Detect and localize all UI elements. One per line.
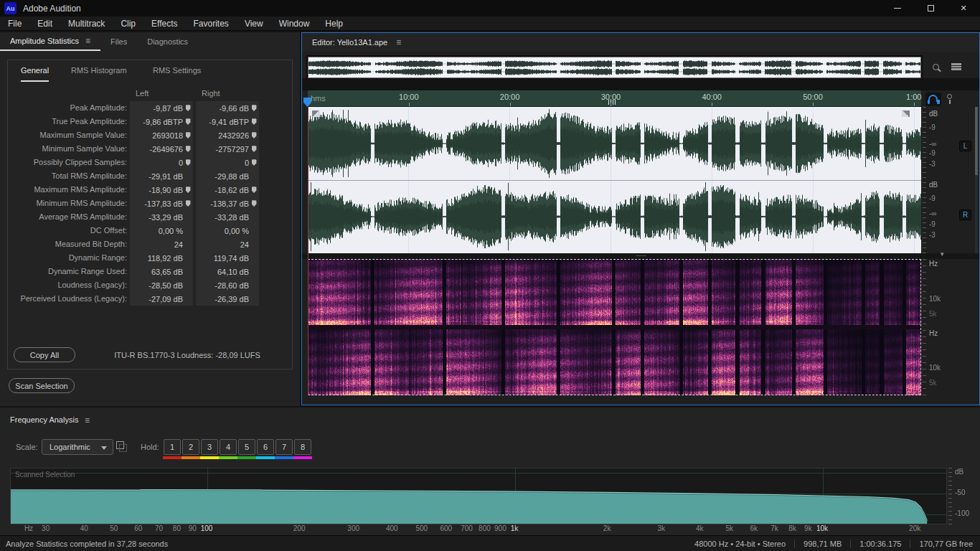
stat-value-cell-right: -33,28 dB bbox=[196, 210, 259, 224]
display-layout-icon[interactable] bbox=[951, 63, 961, 72]
stat-value-cell-right: -9,41 dBTP bbox=[196, 115, 259, 128]
panel-menu-icon[interactable]: ≡ bbox=[85, 36, 90, 46]
marker-pin-icon[interactable] bbox=[252, 159, 257, 166]
statistics-box: GeneralRMS HistogramRMS Settings LeftRig… bbox=[7, 60, 293, 369]
marker-pin-icon[interactable] bbox=[252, 187, 257, 193]
amplitude-ruler-label: dB bbox=[929, 181, 953, 189]
pin-icon[interactable] bbox=[946, 94, 953, 105]
marker-pin-icon[interactable] bbox=[186, 105, 191, 111]
amplitude-statistics-panel: Amplitude Statistics≡FilesDiagnostics Ge… bbox=[0, 32, 300, 406]
minimize-button[interactable] bbox=[881, 0, 914, 17]
hold-color-swatch bbox=[200, 456, 219, 459]
stat-value-cell-left: -27,09 dB bbox=[130, 292, 193, 306]
itu-loudness-value: ITU-R BS.1770-3 Loudness: -28,09 LUFS bbox=[94, 351, 281, 359]
hold-button-3[interactable]: 3 bbox=[201, 439, 218, 455]
hold-button-7[interactable]: 7 bbox=[275, 439, 293, 455]
marker-pin-icon[interactable] bbox=[252, 146, 257, 152]
subtab-rms-histogram[interactable]: RMS Histogram bbox=[71, 66, 127, 82]
stat-label: Minimum RMS Amplitude: bbox=[8, 197, 127, 210]
channel-badge-l[interactable]: L bbox=[959, 141, 971, 151]
title-bar: Au Adobe Audition ✕ bbox=[0, 0, 980, 17]
timeline-tick-label: 10:00 bbox=[391, 93, 427, 101]
editor-panel-header[interactable]: Editor: Yello13A1.ape ≡ bbox=[302, 33, 979, 52]
scale-dropdown[interactable]: Logarithmic bbox=[42, 439, 113, 455]
stat-value: -138,37 dB bbox=[210, 199, 249, 208]
marker-pin-icon[interactable] bbox=[252, 105, 257, 111]
hold-button-5[interactable]: 5 bbox=[238, 439, 255, 455]
maximize-button[interactable] bbox=[914, 0, 947, 17]
subtab-rms-settings[interactable]: RMS Settings bbox=[153, 66, 201, 82]
stat-value-cell-right: -28,60 dB bbox=[196, 278, 259, 292]
waveform-display[interactable] bbox=[308, 107, 921, 253]
stat-value: 24 bbox=[240, 240, 249, 249]
marker-pin-icon[interactable] bbox=[186, 159, 191, 166]
menu-effects[interactable]: Effects bbox=[143, 17, 185, 31]
timeline-ruler[interactable]: hms 10:0020:0030:0040:0050:001:00 bbox=[308, 90, 921, 107]
x-axis-tick-label: 4k bbox=[685, 524, 714, 532]
subtab-general[interactable]: General bbox=[21, 66, 49, 82]
menu-multitrack[interactable]: Multitrack bbox=[60, 17, 113, 31]
close-button[interactable]: ✕ bbox=[947, 0, 980, 17]
marker-pin-icon[interactable] bbox=[252, 132, 257, 138]
selection-in-handle[interactable] bbox=[312, 110, 320, 117]
menu-help[interactable]: Help bbox=[317, 17, 351, 31]
marker-pin-icon[interactable] bbox=[186, 187, 191, 193]
x-axis-tick-label: 40 bbox=[70, 524, 98, 532]
stat-row: Minimum Sample Value:-2649676-2757297 bbox=[8, 142, 292, 156]
marker-pin-icon[interactable] bbox=[252, 118, 257, 125]
hold-color-swatch bbox=[182, 456, 200, 459]
stat-row: Dynamic Range Used:63,65 dB64,10 dB bbox=[8, 265, 292, 278]
amplitude-ruler-label: -9 bbox=[929, 149, 953, 157]
panel-menu-icon[interactable]: ≡ bbox=[85, 415, 90, 425]
marker-pin-icon[interactable] bbox=[186, 146, 191, 152]
menu-favorites[interactable]: Favorites bbox=[186, 17, 237, 31]
hold-button-1[interactable]: 1 bbox=[164, 439, 181, 455]
channel-badge-r[interactable]: R bbox=[959, 209, 971, 220]
stat-row: Total RMS Amplitude:-29,91 dB-29,88 dB bbox=[8, 169, 292, 183]
hold-color-swatch bbox=[163, 456, 182, 459]
stat-value: 64,10 dB bbox=[217, 268, 249, 276]
amplitude-ruler-label: -∞ bbox=[929, 140, 953, 148]
stat-value: 0,00 % bbox=[225, 227, 249, 235]
selection-out-handle[interactable] bbox=[902, 110, 910, 117]
marker-pin-icon[interactable] bbox=[186, 200, 191, 207]
display-splitter[interactable]: ········· bbox=[302, 253, 979, 259]
status-message: Analyze Statistics completed in 37,28 se… bbox=[6, 540, 168, 548]
menu-window[interactable]: Window bbox=[271, 17, 318, 31]
menu-clip[interactable]: Clip bbox=[113, 17, 143, 31]
amplitude-ruler bbox=[923, 107, 926, 253]
tab-diagnostics[interactable]: Diagnostics bbox=[137, 32, 198, 51]
x-axis-tick-label: 2k bbox=[593, 524, 621, 532]
amplitude-ruler-label: dB bbox=[929, 110, 953, 118]
marker-pin-icon[interactable] bbox=[186, 132, 191, 138]
zoom-navigate-icon[interactable] bbox=[930, 62, 943, 75]
hold-button-4[interactable]: 4 bbox=[220, 439, 237, 455]
hold-button-6[interactable]: 6 bbox=[257, 439, 274, 455]
menu-file[interactable]: File bbox=[0, 17, 29, 31]
spectral-display[interactable] bbox=[308, 259, 921, 395]
x-axis-tick-label: 300 bbox=[339, 524, 368, 532]
tab-files[interactable]: Files bbox=[100, 32, 137, 51]
copy-graph-icon[interactable] bbox=[116, 441, 128, 453]
copy-all-button[interactable]: Copy All bbox=[14, 347, 75, 362]
menu-edit[interactable]: Edit bbox=[29, 17, 60, 31]
monitor-headphones-icon[interactable] bbox=[925, 93, 941, 106]
tab-amplitude-statistics[interactable]: Amplitude Statistics≡ bbox=[0, 32, 100, 51]
collapse-arrow-icon[interactable]: ▾ bbox=[941, 250, 944, 258]
timeline-tick bbox=[611, 103, 611, 106]
hold-color-swatch bbox=[293, 456, 312, 459]
panel-menu-icon[interactable]: ≡ bbox=[396, 37, 401, 47]
hold-color-swatch bbox=[237, 456, 256, 459]
marker-pin-icon[interactable] bbox=[186, 118, 191, 125]
menu-view[interactable]: View bbox=[237, 17, 271, 31]
frequency-plot[interactable]: Scanned Selection bbox=[10, 468, 947, 524]
vertical-zoom-scrollbar[interactable] bbox=[975, 107, 978, 253]
amplitude-ruler-label: -9 bbox=[929, 123, 953, 131]
hold-button-2[interactable]: 2 bbox=[182, 439, 199, 455]
scan-selection-button[interactable]: Scan Selection bbox=[9, 378, 75, 393]
free-space: 170,77 GB free bbox=[919, 540, 973, 548]
marker-pin-icon[interactable] bbox=[252, 200, 257, 207]
hold-button-8[interactable]: 8 bbox=[294, 439, 311, 455]
stat-value: -9,86 dBTP bbox=[143, 118, 183, 126]
waveform-overview-navigator[interactable] bbox=[308, 57, 921, 78]
